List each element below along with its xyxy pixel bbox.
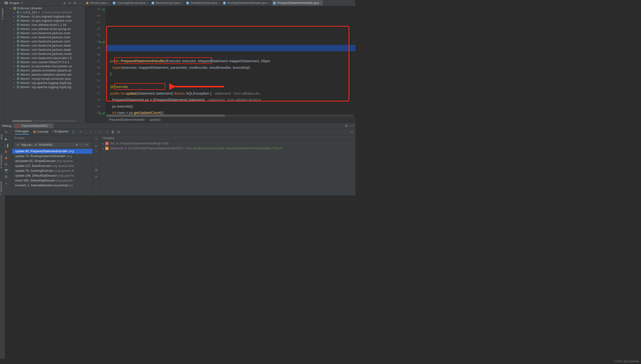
expand-arrow-icon[interactable]: ▾ <box>10 7 12 10</box>
editor-tab[interactable]: JSession.java× <box>84 0 111 6</box>
breadcrumb-method[interactable]: update() <box>150 118 161 122</box>
tree-item[interactable]: ▸Maven: ch.qos.logback:logback-clas <box>5 14 85 18</box>
expand-arrow-icon[interactable]: ▸ <box>14 44 16 47</box>
project-selector[interactable]: Project ▼ <box>5 1 23 5</box>
thread-selector[interactable]: ✔ "http-nio-...n": RUNNING ▼ ↑ ↓ ⏷ <box>15 142 90 147</box>
tree-item[interactable]: ▸Maven: com.fasterxml.jackson.datat <box>5 44 85 48</box>
breadcrumb-class[interactable]: PreparedStatementHandler <box>109 118 145 122</box>
variable-row[interactable]: ▸pstatement = {DruidPooledPreparedStatem… <box>100 146 355 151</box>
evaluate-icon[interactable]: 🖩 <box>111 130 115 134</box>
expand-arrow-icon[interactable]: ▸ <box>14 65 16 68</box>
remove-icon[interactable]: − <box>96 150 97 154</box>
expand-arrow-icon[interactable]: ▸ <box>14 69 16 72</box>
filter-icon[interactable]: ⏷ <box>85 143 88 146</box>
editor-tab[interactable]: CBaseExecutor.java× <box>150 0 185 6</box>
close-icon[interactable]: × <box>108 2 109 4</box>
editor-tab[interactable]: CCachingExecutor.java× <box>111 0 150 6</box>
tree-item[interactable]: ▸Maven: com.fasterxml.jackson.core: <box>5 35 85 39</box>
up-icon[interactable]: ↑ <box>96 156 97 160</box>
tree-item[interactable]: ▸< 1.8.0_221 > /Library/Java/JavaVirt <box>5 10 85 14</box>
expand-arrow-icon[interactable]: ▸ <box>14 20 16 22</box>
gear-icon[interactable]: ⚙ <box>74 1 76 5</box>
expand-arrow-icon[interactable]: ▸ <box>14 15 16 18</box>
step-into-icon[interactable]: ↓ <box>85 130 87 134</box>
expand-arrow-icon[interactable]: ▸ <box>14 36 16 38</box>
tree-item[interactable]: ▸Maven: org.apache.logging.log4j:log <box>5 81 85 85</box>
tree-item[interactable]: ▸Maven: io.micrometer:micrometer-co <box>5 64 85 68</box>
project-tree[interactable]: ▾ External Libraries ▸< 1.8.0_221 > /Lib… <box>5 6 85 123</box>
close-icon[interactable]: × <box>218 2 220 4</box>
gear-icon[interactable]: ⚙ <box>345 124 348 128</box>
side-tab-web[interactable]: Web <box>0 134 3 140</box>
step-out-icon[interactable]: ↑ <box>95 130 96 134</box>
expand-arrow-icon[interactable]: ▸ <box>14 74 16 76</box>
expand-arrow-icon[interactable]: ▸ <box>14 11 16 14</box>
expand-arrow-icon[interactable]: ▸ <box>14 61 16 64</box>
tree-hscrollbar[interactable] <box>12 120 76 122</box>
editor-tab[interactable]: CSimpleExecutor.java× <box>185 0 221 6</box>
trace-icon[interactable]: ⧉ <box>117 130 120 134</box>
code-editor[interactable]: @ ↑● @ ↑● @ 3940414243444546474849505152… <box>85 6 355 123</box>
run-to-cursor-icon[interactable]: →| <box>104 130 108 134</box>
threads-icon[interactable]: ☰ <box>72 130 75 134</box>
close-icon[interactable]: × <box>268 2 270 4</box>
add-watch-icon[interactable]: ＋ <box>95 137 98 141</box>
next-frame-icon[interactable]: ↓ <box>82 143 84 146</box>
stack-frame[interactable]: update:74, RoutingStatementHandler (org. <box>12 154 93 158</box>
target-icon[interactable]: ⊕ <box>63 1 66 5</box>
expand-arrow-icon[interactable]: ▸ <box>14 48 16 51</box>
minimize-icon[interactable]: — <box>79 1 82 5</box>
expand-arrow-icon[interactable]: ▸ <box>14 24 16 26</box>
expand-icon[interactable]: ▸ <box>96 144 97 147</box>
tab-debugger[interactable]: Debugger <box>15 129 29 135</box>
rerun-icon[interactable]: ↻ <box>5 130 8 134</box>
resume-icon[interactable]: ▶ <box>5 137 8 141</box>
tree-item[interactable]: ▸Maven: com.fasterxml.jackson.datat <box>5 48 85 52</box>
stack-frame[interactable]: update:117, BaseExecutor (org.apache.iba… <box>12 164 93 168</box>
prev-frame-icon[interactable]: ↑ <box>79 143 81 146</box>
tree-item[interactable]: ▸Maven: com.fasterxml.jackson.core: <box>5 39 85 44</box>
tree-item[interactable]: ▸Maven: com.fasterxml.jackson.core: <box>5 31 85 35</box>
pin-icon[interactable]: » <box>5 181 7 185</box>
drop-frame-icon[interactable]: ⤴ <box>99 130 101 134</box>
tree-item[interactable]: ▸Maven: com.zaxxer:HikariCP:3.4.1 <box>5 60 85 64</box>
step-over-icon[interactable]: ↷ <box>79 130 82 134</box>
down-icon[interactable]: ↓ <box>96 162 97 166</box>
collapse-icon[interactable]: ⇆ <box>68 1 71 5</box>
tree-item[interactable]: ▸Maven: mysql:mysql-connector-java <box>5 76 85 81</box>
tree-item[interactable]: ▸Maven: jakarta.annotation:jakarta.an <box>5 68 85 72</box>
stack-frame[interactable]: doUpdate:50, SimpleExecutor (org.apache. <box>12 158 93 164</box>
stop-icon[interactable]: ■ <box>5 150 7 154</box>
variable-row[interactable]: ▸≡this = {PreparedStatementHandler@7640} <box>100 141 355 146</box>
code-content[interactable]: public PreparedStatementHandler(Executor… <box>106 6 355 117</box>
side-tab-project[interactable]: 1: Project <box>1 15 4 20</box>
tree-item[interactable]: ▸Maven: org.apache.logging.log4j:log <box>5 85 85 89</box>
expand-arrow-icon[interactable]: ▸ <box>14 40 16 43</box>
expand-arrow-icon[interactable]: ▸ <box>14 82 16 84</box>
expand-arrow-icon[interactable]: ▸ <box>14 78 16 80</box>
stack-frame[interactable]: update:76, CachingExecutor (org.apache.i… <box>12 168 93 173</box>
tree-item[interactable]: ▸Maven: com.fasterxml.jackson.modu <box>5 52 85 56</box>
breadcrumb[interactable]: PreparedStatementHandler › update() <box>85 117 355 123</box>
stack-frame[interactable]: insert:185, DefaultSqlSession (org.apach… <box>12 178 93 183</box>
expand-arrow-icon[interactable]: ▸ <box>14 32 16 34</box>
tree-item[interactable]: ▸Maven: jakarta.validation:jakarta.vali <box>5 72 85 76</box>
close-icon[interactable]: × <box>49 124 51 128</box>
expand-arrow-icon[interactable]: ▸ <box>14 57 16 59</box>
close-icon[interactable]: × <box>320 2 322 4</box>
expand-arrow-icon[interactable]: ▸ <box>14 86 16 88</box>
tree-item[interactable]: ▸Maven: com.fasterxml:classmate:1.5 <box>5 56 85 60</box>
layout-icon[interactable]: ▭ <box>350 130 353 134</box>
link-icon[interactable]: ∞ <box>95 174 97 178</box>
side-tab-favorites[interactable]: 2: Favorites <box>0 154 3 168</box>
tree-item[interactable]: ▸Maven: com.alibaba:druid-spring-bo <box>5 27 85 31</box>
editor-tab[interactable]: CRoutingStatementHandler.java× <box>221 0 271 6</box>
expand-arrow-icon[interactable]: ▸ <box>103 142 104 145</box>
debug-run-config-tab[interactable]: 🐞 PaymentMain8001 × <box>14 123 54 128</box>
stack-frame[interactable]: update:45, PreparedStatementHandler (org <box>12 149 93 154</box>
expand-arrow-icon[interactable]: ▸ <box>103 147 104 150</box>
force-step-into-icon[interactable]: ↓ <box>90 130 92 134</box>
stack-frame[interactable]: invoke0:-1, NativeMethodAccessorImpl (su <box>12 183 93 188</box>
close-icon[interactable]: × <box>147 2 148 4</box>
copy-icon[interactable]: ⧉ <box>95 168 97 172</box>
